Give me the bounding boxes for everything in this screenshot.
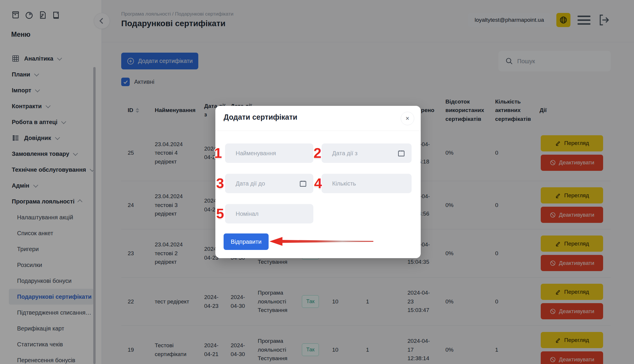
annotation-number-3: 3 <box>216 175 224 191</box>
nominal-placeholder: Номінал <box>236 211 307 217</box>
calendar-icon[interactable] <box>397 149 405 157</box>
modal-divider <box>215 131 421 131</box>
nominal-field[interactable]: Номінал <box>225 204 313 223</box>
date-to-placeholder: Дата дії до <box>236 180 299 187</box>
name-field[interactable]: Найменування <box>225 143 313 163</box>
quantity-field[interactable]: Кількість <box>322 174 412 193</box>
annotation-arrow <box>269 235 375 248</box>
submit-button[interactable]: Відправити <box>224 233 269 250</box>
name-placeholder: Найменування <box>236 150 307 157</box>
calendar-icon[interactable] <box>299 180 307 187</box>
annotation-number-2: 2 <box>314 145 322 161</box>
date-from-placeholder: Дата дії з <box>332 150 397 157</box>
quantity-placeholder: Кількість <box>332 180 405 187</box>
modal-title: Додати сертифікати <box>224 113 297 121</box>
annotation-number-4: 4 <box>314 175 322 191</box>
close-icon: × <box>406 115 410 122</box>
annotation-number-5: 5 <box>216 206 224 222</box>
date-from-field[interactable]: Дата дії з <box>322 143 412 163</box>
modal-close-button[interactable]: × <box>401 112 414 125</box>
annotation-number-1: 1 <box>214 145 222 161</box>
date-to-field[interactable]: Дата дії до <box>225 174 313 193</box>
